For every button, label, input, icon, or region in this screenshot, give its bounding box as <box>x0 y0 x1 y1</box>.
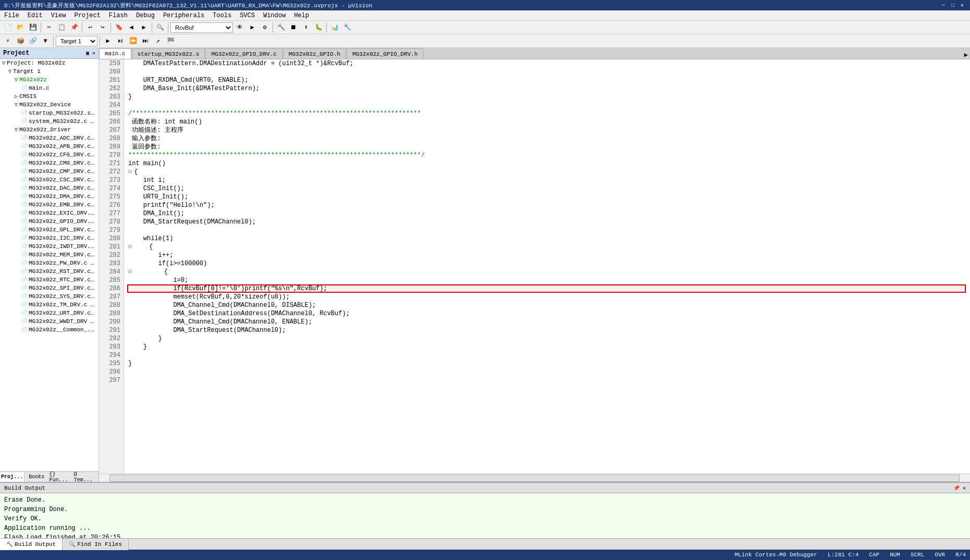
tree-item[interactable]: 📄MG32x02z_DMA_DRV.c ... <box>0 192 99 201</box>
editor-tab-4[interactable]: MG32x02z_GPIO_DRV.h <box>347 48 423 59</box>
tree-item[interactable]: 📄MG32x02z__Common_... <box>0 326 99 334</box>
project-tree[interactable]: ▽Project: MG32x02z▽Target 1▽MG32x02z📄mai… <box>0 59 99 471</box>
horizontal-scrollbar[interactable] <box>99 474 970 482</box>
minimize-button[interactable]: ─ <box>940 2 947 9</box>
tree-item[interactable]: 📄MG32x02z_RST_DRV.c ... <box>0 267 99 276</box>
tree-item[interactable]: 📄MG32x02z_IWDT_DRV.c... <box>0 242 99 251</box>
maximize-button[interactable]: □ <box>949 2 956 9</box>
menu-view[interactable]: View <box>47 11 70 20</box>
close-button[interactable]: ✕ <box>959 2 966 9</box>
tree-item[interactable]: 📄MG32x02z_WWDT_DRV ... <box>0 317 99 326</box>
editor-tab-1[interactable]: startup_MG32x02z.s <box>132 48 205 59</box>
redo-button[interactable]: ↪ <box>97 22 108 33</box>
tree-item[interactable]: 📄MG32x02z_MEM_DRV.c ... <box>0 251 99 259</box>
menu-peripherals[interactable]: Peripherals <box>159 11 208 20</box>
tb2-btn3[interactable]: 🔗 <box>27 35 39 47</box>
view-button[interactable]: 📊 <box>329 22 340 33</box>
code-editor[interactable]: 2592602612622632642652662672682692702712… <box>99 59 970 474</box>
tree-item[interactable]: ▷CMSIS <box>0 92 99 101</box>
register-dropdown[interactable]: RcvBuf <box>170 22 233 33</box>
tree-item[interactable]: 📄MG32x02z_ADC_DRV.c ... <box>0 134 99 142</box>
tree-item[interactable]: 📄MG32x02z_SYS_DRV.c ... <box>0 292 99 301</box>
tb2-btn6[interactable]: ⏯ <box>115 35 126 47</box>
output-tab-0[interactable]: 🔨Build Output <box>0 539 63 550</box>
tree-item[interactable]: ▽MG32x02z_Device <box>0 101 99 109</box>
code-content[interactable]: DMATestPattern.DMADestinationAddr = (uin… <box>124 59 970 474</box>
wrench-button[interactable]: 🔧 <box>341 22 353 33</box>
tree-item[interactable]: ▽Project: MG32x02z <box>0 59 99 67</box>
output-tab-1[interactable]: 🔍Find In Files <box>63 539 129 550</box>
tree-item[interactable]: 📄MG32x02z_CMP_DRV.c ... <box>0 167 99 176</box>
paste-button[interactable]: 📌 <box>68 22 80 33</box>
tb2-btn8[interactable]: ⏭ <box>140 35 151 47</box>
tree-item[interactable]: 📄MG32x02z_URT_DRV.c (... <box>0 309 99 317</box>
menu-window[interactable]: Window <box>259 11 290 20</box>
build-button[interactable]: 🔨 <box>275 22 287 33</box>
new-file-button[interactable]: 📄 <box>2 22 14 33</box>
tb2-btn9[interactable]: ↗ <box>152 35 164 47</box>
tree-item[interactable]: 📄MG32x02z_EXIC_DRV.c ... <box>0 209 99 217</box>
tree-item[interactable]: 📄startup_MG32x02z.s (St... <box>0 109 99 117</box>
menu-file[interactable]: File <box>0 11 23 20</box>
copy-button[interactable]: 📋 <box>56 22 67 33</box>
tree-item[interactable]: 📄MG32x02z_CM0_DRV.c ... <box>0 159 99 167</box>
tree-item[interactable]: 📄MG32x02z_EMB_DRV.c ... <box>0 201 99 209</box>
menu-project[interactable]: Project <box>70 11 104 20</box>
next-bookmark-button[interactable]: ▶ <box>138 22 150 33</box>
watch-button[interactable]: 👁 <box>234 22 245 33</box>
build-output-content[interactable]: Erase Done.Programming Done.Verify OK.Ap… <box>0 493 970 538</box>
editor-tab-3[interactable]: MG32x02z_GPIO.h <box>283 48 346 59</box>
menu-debug[interactable]: Debug <box>132 11 159 20</box>
open-button[interactable]: 📂 <box>15 22 26 33</box>
tree-item[interactable]: 📄MG32x02z_GPL_DRV.c ... <box>0 226 99 234</box>
menu-tools[interactable]: Tools <box>208 11 236 20</box>
sidebar-tab-1[interactable]: Books <box>24 472 49 482</box>
tree-item[interactable]: 📄main.c <box>0 84 99 92</box>
tree-item[interactable]: ▽Target 1 <box>0 67 99 76</box>
menu-edit[interactable]: Edit <box>23 11 47 20</box>
fold-marker[interactable]: ⊟ <box>128 268 132 276</box>
editor-tab-0[interactable]: main.c <box>99 48 131 59</box>
bookmark-button[interactable]: 🔖 <box>113 22 125 33</box>
find-button[interactable]: 🔍 <box>154 22 166 33</box>
tree-item[interactable]: 📄MG32x02z_RTC_DRV.c ... <box>0 276 99 284</box>
tree-item[interactable]: 📄MG32x02z_I2C_DRV.c (... <box>0 234 99 242</box>
settings-button[interactable]: ⚙ <box>259 22 271 33</box>
tree-item[interactable]: 📄MG32x02z_DAC_DRV.c ... <box>0 184 99 192</box>
menu-svcs[interactable]: SVCS <box>236 11 259 20</box>
fold-marker[interactable]: ⊟ <box>128 168 132 176</box>
tree-item[interactable]: 📄MG32x02z_PW_DRV.c (... <box>0 259 99 267</box>
stop-build-button[interactable]: ⏹ <box>288 22 299 33</box>
editor-tab-2[interactable]: MG32x02z_GPIO_DRV.c <box>205 48 282 59</box>
tb2-btn4[interactable]: ▼ <box>40 35 51 47</box>
download-button[interactable]: ⬇ <box>300 22 312 33</box>
cut-button[interactable]: ✂ <box>43 22 55 33</box>
sidebar-tab-3[interactable]: Ω Tem... <box>74 472 99 482</box>
tb2-btn5[interactable]: ▶ <box>102 35 114 47</box>
tree-item[interactable]: 📄MG32x02z_TM_DRV.c (... <box>0 301 99 309</box>
fold-marker[interactable]: ⊟ <box>128 243 132 251</box>
tree-item[interactable]: 📄MG32x02z_SPI_DRV.c (... <box>0 284 99 292</box>
tree-item[interactable]: 📄system_MG32x02z.c (St... <box>0 117 99 126</box>
tb2-btn2[interactable]: 📦 <box>15 35 26 47</box>
prev-bookmark-button[interactable]: ◀ <box>126 22 137 33</box>
tree-item[interactable]: ▽MG32x02z_Driver <box>0 126 99 134</box>
tree-item[interactable]: 📄MG32x02z_APB_DRV.c ... <box>0 142 99 151</box>
tree-item[interactable]: 📄MG32x02z_GPIO_DRV.c ... <box>0 217 99 226</box>
sidebar-tab-0[interactable]: Proj... <box>0 472 24 482</box>
tree-item[interactable]: 📄MG32x02z_CFG_DRV.c ... <box>0 151 99 159</box>
debug-button[interactable]: 🐛 <box>313 22 324 33</box>
tb2-btn10[interactable]: 🏁 <box>165 35 176 47</box>
tab-scroll-right[interactable]: ▶ <box>962 51 970 59</box>
tree-item[interactable]: 📄MG32x02z_CSC_DRV.c ... <box>0 176 99 184</box>
tb2-btn1[interactable]: ⚡ <box>2 35 14 47</box>
menu-flash[interactable]: Flash <box>105 11 132 20</box>
tb2-btn7[interactable]: ⏩ <box>127 35 139 47</box>
run-to-button[interactable]: ▶ <box>247 22 258 33</box>
save-button[interactable]: 💾 <box>27 22 39 33</box>
undo-button[interactable]: ↩ <box>84 22 96 33</box>
menu-help[interactable]: Help <box>290 11 313 20</box>
tree-item[interactable]: ▽MG32x02z <box>0 76 99 84</box>
sidebar-tab-2[interactable]: {} Fun... <box>50 472 74 482</box>
target-dropdown[interactable]: Target 1 <box>56 36 97 46</box>
